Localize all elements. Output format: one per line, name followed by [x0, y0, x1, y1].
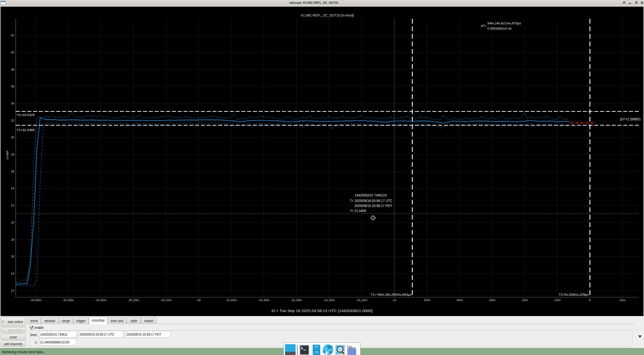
svg-text:-2h,10m: -2h,10m: [160, 298, 172, 302]
svg-text:-2h,50m: -2h,50m: [30, 298, 42, 302]
svg-text:-2h: -2h: [196, 298, 201, 302]
svg-text:T2=5s,328ms,329µs: T2=5s,328ms,329µs: [559, 293, 589, 296]
svg-text:-2h,30m: -2h,30m: [95, 298, 107, 302]
svg-text:-1h,30m: -1h,30m: [291, 298, 302, 302]
svg-text:34: 34: [11, 102, 14, 105]
svg-text:12: 12: [11, 289, 14, 292]
svg-text:22: 22: [11, 204, 14, 207]
svg-text:-40m: -40m: [456, 298, 463, 302]
svg-text:-1h,10m: -1h,10m: [356, 298, 367, 302]
svg-text:Y1=31.4369: Y1=31.4369: [17, 128, 34, 132]
svg-text:ΔY=1.59601: ΔY=1.59601: [620, 117, 641, 121]
svg-text:-2h,40m: -2h,40m: [62, 298, 74, 302]
svg-text:-20m: -20m: [521, 298, 528, 302]
svg-text:undef: undef: [5, 150, 9, 159]
svg-text:T=: T=: [350, 199, 353, 203]
svg-text:-1h: -1h: [392, 298, 396, 302]
svg-text:t0 = Tue Sep 16 2025 04:58:13: t0 = Tue Sep 16 2025 04:58:13 UTC [14420…: [272, 309, 373, 313]
svg-text:-10m: -10m: [553, 298, 560, 302]
svg-text:20: 20: [11, 221, 14, 224]
svg-text:28: 28: [11, 153, 14, 156]
svg-text:-50m: -50m: [423, 298, 430, 302]
svg-text:Y=: Y=: [350, 209, 353, 213]
svg-text:ΔT=: ΔT=: [481, 24, 487, 28]
svg-text:T1=-54m,19s,293ms,643µs: T1=-54m,19s,293ms,643µs: [371, 293, 412, 296]
svg-text:10m: 10m: [619, 298, 625, 302]
svg-text:21.0406: 21.0406: [354, 209, 366, 213]
svg-text:-1h,50m: -1h,50m: [225, 298, 237, 302]
svg-text:14: 14: [11, 272, 14, 275]
svg-text:1442030315.7346110: 1442030315.7346110: [354, 193, 387, 197]
svg-text:32: 32: [11, 119, 14, 122]
svg-text:38: 38: [11, 68, 14, 71]
svg-text:Y2=33.0329: Y2=33.0329: [17, 113, 34, 117]
svg-text:26: 26: [11, 170, 14, 173]
svg-text:0: 0: [589, 298, 591, 302]
svg-text:42: 42: [11, 34, 14, 37]
svg-text:36: 36: [11, 85, 14, 88]
svg-text:0.000306314 Hz: 0.000306314 Hz: [488, 27, 512, 30]
svg-text:54m,24s,621ms,973µs: 54m,24s,621ms,973µs: [488, 21, 521, 25]
svg-text:40: 40: [11, 51, 14, 54]
svg-text:30: 30: [11, 136, 14, 139]
svg-text:16: 16: [11, 255, 14, 258]
svg-text:24: 24: [11, 187, 14, 190]
svg-text:-30m: -30m: [488, 298, 495, 302]
svg-text:H1:IMC-REFL_DC_OUT16 [m-trend]: H1:IMC-REFL_DC_OUT16 [m-trend]: [301, 13, 354, 17]
svg-text:-2h,20m: -2h,20m: [128, 298, 139, 302]
svg-text:18: 18: [11, 238, 14, 241]
svg-text:2025/09/16 03:58:17 UTC: 2025/09/16 03:58:17 UTC: [354, 199, 392, 203]
svg-text:-1h,40m: -1h,40m: [258, 298, 270, 302]
svg-text:-1h,20m: -1h,20m: [323, 298, 335, 302]
svg-text:2025/09/15 20:58:17 PDT: 2025/09/15 20:58:17 PDT: [354, 204, 392, 208]
